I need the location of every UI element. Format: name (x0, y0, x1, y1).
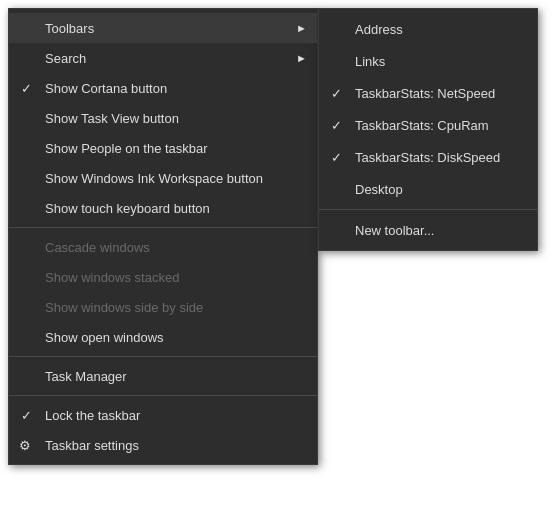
submenu-links-label: Links (355, 54, 385, 69)
menu-item-show-task-view[interactable]: Show Task View button (9, 103, 317, 133)
menu-item-cascade-label: Cascade windows (45, 240, 150, 255)
submenu-item-cpuram[interactable]: ✓ TaskbarStats: CpuRam (319, 109, 537, 141)
checkmark-cpuram: ✓ (331, 118, 342, 133)
submenu-separator (319, 209, 537, 210)
checkmark-lock: ✓ (21, 408, 32, 423)
menu-item-side-by-side: Show windows side by side (9, 292, 317, 322)
submenu-item-links[interactable]: Links (319, 45, 537, 77)
separator-1 (9, 227, 317, 228)
main-context-menu: Toolbars ► Search ► ✓ Show Cortana butto… (8, 8, 318, 465)
menu-item-toolbars[interactable]: Toolbars ► (9, 13, 317, 43)
checkmark-cortana: ✓ (21, 81, 32, 96)
menu-item-cortana-label: Show Cortana button (45, 81, 167, 96)
menu-item-show-keyboard[interactable]: Show touch keyboard button (9, 193, 317, 223)
submenu-desktop-label: Desktop (355, 182, 403, 197)
submenu-item-desktop[interactable]: Desktop (319, 173, 537, 205)
menu-item-keyboard-label: Show touch keyboard button (45, 201, 210, 216)
separator-2 (9, 356, 317, 357)
checkmark-diskspeed: ✓ (331, 150, 342, 165)
submenu-netspeed-label: TaskbarStats: NetSpeed (355, 86, 495, 101)
menu-item-show-people[interactable]: Show People on the taskbar (9, 133, 317, 163)
menu-item-lock-taskbar[interactable]: ✓ Lock the taskbar (9, 400, 317, 430)
submenu-cpuram-label: TaskbarStats: CpuRam (355, 118, 489, 133)
menu-item-search-label: Search (45, 51, 86, 66)
menu-item-toolbars-label: Toolbars (45, 21, 94, 36)
menu-item-settings-label: Taskbar settings (45, 438, 139, 453)
menu-item-ink-label: Show Windows Ink Workspace button (45, 171, 263, 186)
menu-item-stacked-label: Show windows stacked (45, 270, 179, 285)
submenu-item-diskspeed[interactable]: ✓ TaskbarStats: DiskSpeed (319, 141, 537, 173)
arrow-icon: ► (296, 52, 307, 64)
arrow-icon: ► (296, 22, 307, 34)
menu-item-show-cortana[interactable]: ✓ Show Cortana button (9, 73, 317, 103)
submenu-new-toolbar-label: New toolbar... (355, 223, 435, 238)
menu-item-task-manager[interactable]: Task Manager (9, 361, 317, 391)
context-menu-wrapper: Toolbars ► Search ► ✓ Show Cortana butto… (8, 8, 538, 465)
menu-item-open-windows[interactable]: Show open windows (9, 322, 317, 352)
menu-item-side-by-side-label: Show windows side by side (45, 300, 203, 315)
menu-item-search[interactable]: Search ► (9, 43, 317, 73)
menu-item-lock-label: Lock the taskbar (45, 408, 140, 423)
separator-3 (9, 395, 317, 396)
submenu-address-label: Address (355, 22, 403, 37)
menu-item-taskbar-settings[interactable]: ⚙ Taskbar settings (9, 430, 317, 460)
menu-item-task-view-label: Show Task View button (45, 111, 179, 126)
menu-item-stacked: Show windows stacked (9, 262, 317, 292)
gear-icon: ⚙ (19, 438, 31, 453)
submenu-item-netspeed[interactable]: ✓ TaskbarStats: NetSpeed (319, 77, 537, 109)
checkmark-netspeed: ✓ (331, 86, 342, 101)
menu-item-open-windows-label: Show open windows (45, 330, 164, 345)
submenu-diskspeed-label: TaskbarStats: DiskSpeed (355, 150, 500, 165)
menu-item-people-label: Show People on the taskbar (45, 141, 208, 156)
submenu-toolbars: Address Links ✓ TaskbarStats: NetSpeed ✓… (318, 8, 538, 251)
submenu-item-address[interactable]: Address (319, 13, 537, 45)
submenu-item-new-toolbar[interactable]: New toolbar... (319, 214, 537, 246)
menu-item-cascade: Cascade windows (9, 232, 317, 262)
menu-item-show-ink[interactable]: Show Windows Ink Workspace button (9, 163, 317, 193)
menu-item-task-manager-label: Task Manager (45, 369, 127, 384)
